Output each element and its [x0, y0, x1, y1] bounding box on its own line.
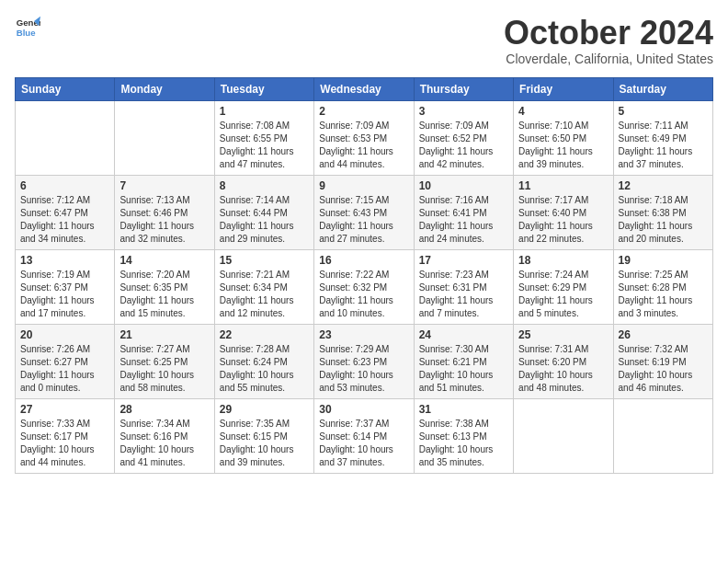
calendar-body: 1Sunrise: 7:08 AM Sunset: 6:55 PM Daylig…: [16, 100, 713, 473]
day-info: Sunrise: 7:15 AM Sunset: 6:43 PM Dayligh…: [319, 194, 408, 246]
calendar-week-2: 6Sunrise: 7:12 AM Sunset: 6:47 PM Daylig…: [16, 175, 713, 249]
day-info: Sunrise: 7:22 AM Sunset: 6:32 PM Dayligh…: [319, 269, 408, 320]
day-number: 9: [319, 179, 408, 192]
calendar-cell: 23Sunrise: 7:29 AM Sunset: 6:23 PM Dayli…: [314, 324, 414, 398]
day-info: Sunrise: 7:13 AM Sunset: 6:46 PM Dayligh…: [119, 194, 209, 246]
calendar-cell: 7Sunrise: 7:13 AM Sunset: 6:46 PM Daylig…: [115, 175, 214, 249]
svg-text:Blue: Blue: [17, 28, 36, 38]
day-info: Sunrise: 7:20 AM Sunset: 6:35 PM Dayligh…: [119, 269, 209, 320]
day-number: 5: [619, 105, 708, 118]
day-info: Sunrise: 7:19 AM Sunset: 6:37 PM Dayligh…: [20, 269, 109, 320]
day-number: 6: [20, 179, 109, 192]
calendar-cell: 8Sunrise: 7:14 AM Sunset: 6:44 PM Daylig…: [214, 175, 313, 249]
day-info: Sunrise: 7:12 AM Sunset: 6:47 PM Dayligh…: [20, 194, 109, 246]
calendar-cell: [514, 398, 613, 473]
day-info: Sunrise: 7:21 AM Sunset: 6:34 PM Dayligh…: [220, 269, 309, 320]
day-number: 25: [518, 328, 608, 341]
day-number: 31: [419, 403, 508, 416]
calendar-cell: [613, 398, 712, 473]
day-number: 7: [119, 179, 209, 192]
day-info: Sunrise: 7:32 AM Sunset: 6:19 PM Dayligh…: [619, 343, 708, 395]
calendar-cell: 6Sunrise: 7:12 AM Sunset: 6:47 PM Daylig…: [16, 175, 115, 249]
calendar-cell: 22Sunrise: 7:28 AM Sunset: 6:24 PM Dayli…: [214, 324, 313, 398]
day-info: Sunrise: 7:30 AM Sunset: 6:21 PM Dayligh…: [419, 343, 508, 395]
day-info: Sunrise: 7:31 AM Sunset: 6:20 PM Dayligh…: [518, 343, 608, 395]
calendar-cell: 20Sunrise: 7:26 AM Sunset: 6:27 PM Dayli…: [16, 324, 115, 398]
day-info: Sunrise: 7:34 AM Sunset: 6:16 PM Dayligh…: [119, 418, 209, 469]
logo-icon: General Blue: [15, 15, 40, 40]
day-number: 4: [518, 105, 608, 118]
day-number: 27: [20, 403, 109, 416]
day-number: 3: [419, 105, 508, 118]
day-number: 29: [220, 403, 309, 416]
calendar-cell: 5Sunrise: 7:11 AM Sunset: 6:49 PM Daylig…: [613, 100, 712, 175]
calendar-cell: 14Sunrise: 7:20 AM Sunset: 6:35 PM Dayli…: [115, 249, 214, 324]
day-number: 10: [419, 179, 508, 192]
calendar-cell: 13Sunrise: 7:19 AM Sunset: 6:37 PM Dayli…: [16, 249, 115, 324]
day-header-thursday: Thursday: [414, 77, 513, 100]
day-number: 14: [119, 254, 209, 267]
calendar-week-3: 13Sunrise: 7:19 AM Sunset: 6:37 PM Dayli…: [16, 249, 713, 324]
day-number: 18: [518, 254, 608, 267]
day-info: Sunrise: 7:26 AM Sunset: 6:27 PM Dayligh…: [20, 343, 109, 395]
calendar-week-1: 1Sunrise: 7:08 AM Sunset: 6:55 PM Daylig…: [16, 100, 713, 175]
day-info: Sunrise: 7:37 AM Sunset: 6:14 PM Dayligh…: [319, 418, 408, 469]
day-number: 22: [220, 328, 309, 341]
calendar-cell: 1Sunrise: 7:08 AM Sunset: 6:55 PM Daylig…: [214, 100, 313, 175]
day-number: 15: [220, 254, 309, 267]
day-info: Sunrise: 7:28 AM Sunset: 6:24 PM Dayligh…: [220, 343, 309, 395]
day-number: 26: [619, 328, 708, 341]
day-info: Sunrise: 7:11 AM Sunset: 6:49 PM Dayligh…: [619, 120, 708, 171]
day-number: 21: [119, 328, 209, 341]
day-number: 8: [220, 179, 309, 192]
calendar-cell: 25Sunrise: 7:31 AM Sunset: 6:20 PM Dayli…: [514, 324, 613, 398]
day-info: Sunrise: 7:08 AM Sunset: 6:55 PM Dayligh…: [220, 120, 309, 171]
day-info: Sunrise: 7:33 AM Sunset: 6:17 PM Dayligh…: [20, 418, 109, 469]
calendar-cell: 2Sunrise: 7:09 AM Sunset: 6:53 PM Daylig…: [314, 100, 414, 175]
day-number: 28: [119, 403, 209, 416]
day-number: 24: [419, 328, 508, 341]
title-block: October 2024 Cloverdale, California, Uni…: [504, 15, 713, 66]
day-info: Sunrise: 7:17 AM Sunset: 6:40 PM Dayligh…: [518, 194, 608, 246]
day-number: 13: [20, 254, 109, 267]
calendar-cell: 24Sunrise: 7:30 AM Sunset: 6:21 PM Dayli…: [414, 324, 513, 398]
day-info: Sunrise: 7:25 AM Sunset: 6:28 PM Dayligh…: [619, 269, 708, 320]
calendar-cell: 30Sunrise: 7:37 AM Sunset: 6:14 PM Dayli…: [314, 398, 414, 473]
day-number: 16: [319, 254, 408, 267]
calendar-cell: 3Sunrise: 7:09 AM Sunset: 6:52 PM Daylig…: [414, 100, 513, 175]
day-header-monday: Monday: [115, 77, 214, 100]
day-info: Sunrise: 7:29 AM Sunset: 6:23 PM Dayligh…: [319, 343, 408, 395]
day-number: 19: [619, 254, 708, 267]
calendar-cell: 26Sunrise: 7:32 AM Sunset: 6:19 PM Dayli…: [613, 324, 712, 398]
location: Cloverdale, California, United States: [504, 52, 713, 66]
day-number: 17: [419, 254, 508, 267]
day-info: Sunrise: 7:10 AM Sunset: 6:50 PM Dayligh…: [518, 120, 608, 171]
day-info: Sunrise: 7:09 AM Sunset: 6:52 PM Dayligh…: [419, 120, 508, 171]
day-info: Sunrise: 7:38 AM Sunset: 6:13 PM Dayligh…: [419, 418, 508, 469]
day-number: 2: [319, 105, 408, 118]
calendar-cell: 31Sunrise: 7:38 AM Sunset: 6:13 PM Dayli…: [414, 398, 513, 473]
calendar-cell: 21Sunrise: 7:27 AM Sunset: 6:25 PM Dayli…: [115, 324, 214, 398]
calendar-cell: 28Sunrise: 7:34 AM Sunset: 6:16 PM Dayli…: [115, 398, 214, 473]
day-info: Sunrise: 7:16 AM Sunset: 6:41 PM Dayligh…: [419, 194, 508, 246]
day-header-friday: Friday: [514, 77, 613, 100]
logo: General Blue: [15, 15, 40, 40]
calendar-cell: [115, 100, 214, 175]
day-number: 20: [20, 328, 109, 341]
day-info: Sunrise: 7:35 AM Sunset: 6:15 PM Dayligh…: [220, 418, 309, 469]
calendar-cell: 16Sunrise: 7:22 AM Sunset: 6:32 PM Dayli…: [314, 249, 414, 324]
day-header-sunday: Sunday: [16, 77, 115, 100]
day-info: Sunrise: 7:23 AM Sunset: 6:31 PM Dayligh…: [419, 269, 508, 320]
calendar-cell: 11Sunrise: 7:17 AM Sunset: 6:40 PM Dayli…: [514, 175, 613, 249]
calendar-cell: 19Sunrise: 7:25 AM Sunset: 6:28 PM Dayli…: [613, 249, 712, 324]
day-number: 1: [220, 105, 309, 118]
calendar-cell: 27Sunrise: 7:33 AM Sunset: 6:17 PM Dayli…: [16, 398, 115, 473]
calendar-cell: 29Sunrise: 7:35 AM Sunset: 6:15 PM Dayli…: [214, 398, 313, 473]
month-title: October 2024: [504, 15, 713, 52]
calendar-cell: 10Sunrise: 7:16 AM Sunset: 6:41 PM Dayli…: [414, 175, 513, 249]
day-number: 30: [319, 403, 408, 416]
calendar-cell: 9Sunrise: 7:15 AM Sunset: 6:43 PM Daylig…: [314, 175, 414, 249]
day-header-saturday: Saturday: [613, 77, 712, 100]
calendar-table: SundayMondayTuesdayWednesdayThursdayFrid…: [15, 77, 713, 474]
day-info: Sunrise: 7:27 AM Sunset: 6:25 PM Dayligh…: [119, 343, 209, 395]
